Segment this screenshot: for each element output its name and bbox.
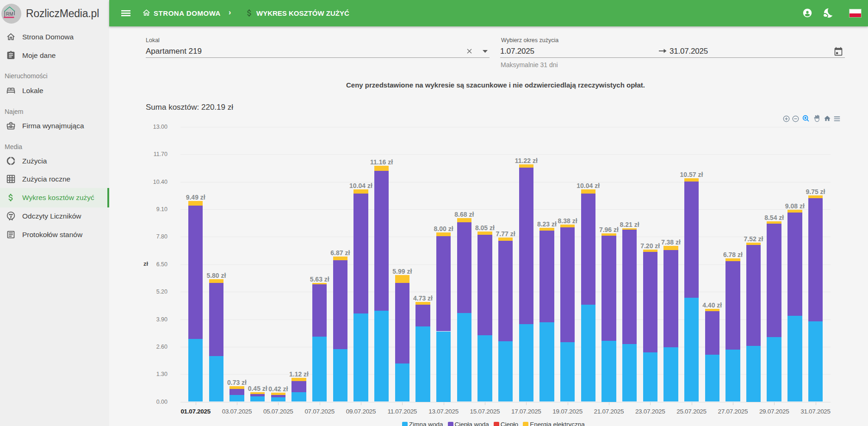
svg-text:RM: RM [6,12,13,17]
